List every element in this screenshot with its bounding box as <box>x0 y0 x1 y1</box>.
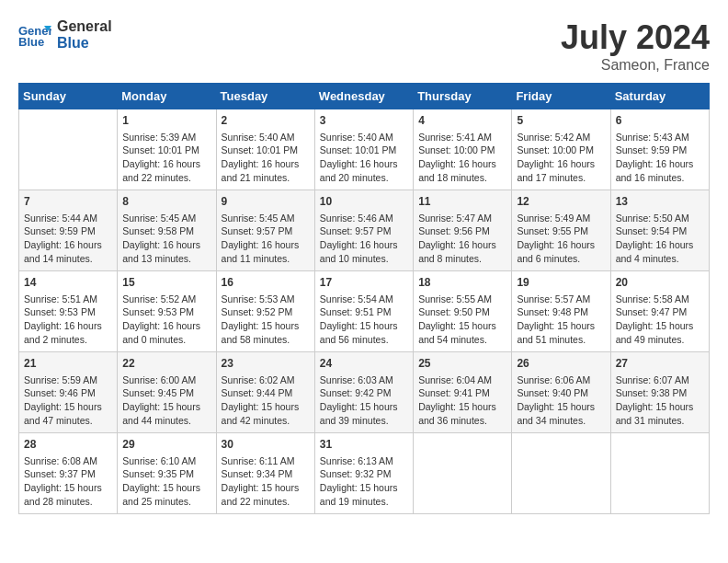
calendar-cell: 25Sunrise: 6:04 AM Sunset: 9:41 PM Dayli… <box>414 352 512 433</box>
day-number: 11 <box>418 194 506 210</box>
day-number: 16 <box>222 275 310 291</box>
calendar-cell: 28Sunrise: 6:08 AM Sunset: 9:37 PM Dayli… <box>19 433 118 514</box>
cell-content: Sunrise: 6:13 AM Sunset: 9:32 PM Dayligh… <box>320 454 408 509</box>
cell-content: Sunrise: 6:03 AM Sunset: 9:42 PM Dayligh… <box>320 373 408 428</box>
calendar-cell: 9Sunrise: 5:45 AM Sunset: 9:57 PM Daylig… <box>216 190 314 271</box>
cell-content: Sunrise: 5:39 AM Sunset: 10:01 PM Daylig… <box>122 131 210 185</box>
day-number: 15 <box>122 275 210 291</box>
calendar-cell: 22Sunrise: 6:00 AM Sunset: 9:45 PM Dayli… <box>118 352 216 433</box>
week-row-1: 1Sunrise: 5:39 AM Sunset: 10:01 PM Dayli… <box>19 109 710 190</box>
day-number: 18 <box>418 275 506 291</box>
calendar-header: SundayMondayTuesdayWednesdayThursdayFrid… <box>19 84 710 109</box>
day-number: 14 <box>24 275 112 291</box>
calendar-cell: 23Sunrise: 6:02 AM Sunset: 9:44 PM Dayli… <box>216 352 314 433</box>
cell-content: Sunrise: 5:51 AM Sunset: 9:53 PM Dayligh… <box>24 293 112 347</box>
calendar-cell <box>414 433 512 514</box>
calendar-body: 1Sunrise: 5:39 AM Sunset: 10:01 PM Dayli… <box>19 109 710 514</box>
day-number: 23 <box>222 356 310 372</box>
title-block: July 2024 Sameon, France <box>561 18 710 74</box>
cell-content: Sunrise: 5:49 AM Sunset: 9:55 PM Dayligh… <box>517 212 605 266</box>
month-year-title: July 2024 <box>561 18 710 57</box>
cell-content: Sunrise: 5:58 AM Sunset: 9:47 PM Dayligh… <box>616 293 704 347</box>
cell-content: Sunrise: 5:40 AM Sunset: 10:01 PM Daylig… <box>222 131 310 185</box>
cell-content: Sunrise: 6:00 AM Sunset: 9:45 PM Dayligh… <box>122 373 210 428</box>
cell-content: Sunrise: 6:04 AM Sunset: 9:41 PM Dayligh… <box>418 373 506 428</box>
calendar-cell: 17Sunrise: 5:54 AM Sunset: 9:51 PM Dayli… <box>314 271 413 352</box>
calendar-cell: 30Sunrise: 6:11 AM Sunset: 9:34 PM Dayli… <box>216 433 314 514</box>
calendar-cell: 13Sunrise: 5:50 AM Sunset: 9:54 PM Dayli… <box>610 190 709 271</box>
calendar-cell: 29Sunrise: 6:10 AM Sunset: 9:35 PM Dayli… <box>118 433 216 514</box>
calendar-cell: 5Sunrise: 5:42 AM Sunset: 10:00 PM Dayli… <box>512 109 610 190</box>
cell-content: Sunrise: 5:41 AM Sunset: 10:00 PM Daylig… <box>418 131 506 185</box>
day-number: 5 <box>517 113 605 129</box>
day-number: 6 <box>616 113 704 129</box>
calendar-cell: 16Sunrise: 5:53 AM Sunset: 9:52 PM Dayli… <box>216 271 314 352</box>
cell-content: Sunrise: 5:46 AM Sunset: 9:57 PM Dayligh… <box>320 212 408 266</box>
day-number: 20 <box>616 275 704 291</box>
header-sunday: Sunday <box>19 84 118 109</box>
calendar-cell <box>19 109 118 190</box>
svg-text:Blue: Blue <box>18 35 44 48</box>
day-number: 8 <box>122 194 210 210</box>
calendar-table: SundayMondayTuesdayWednesdayThursdayFrid… <box>18 83 710 514</box>
week-row-3: 14Sunrise: 5:51 AM Sunset: 9:53 PM Dayli… <box>19 271 710 352</box>
week-row-2: 7Sunrise: 5:44 AM Sunset: 9:59 PM Daylig… <box>19 190 710 271</box>
cell-content: Sunrise: 5:55 AM Sunset: 9:50 PM Dayligh… <box>418 293 506 347</box>
cell-content: Sunrise: 5:40 AM Sunset: 10:01 PM Daylig… <box>320 131 408 185</box>
calendar-cell: 31Sunrise: 6:13 AM Sunset: 9:32 PM Dayli… <box>314 433 413 514</box>
day-number: 22 <box>122 356 210 372</box>
week-row-4: 21Sunrise: 5:59 AM Sunset: 9:46 PM Dayli… <box>19 352 710 433</box>
cell-content: Sunrise: 5:57 AM Sunset: 9:48 PM Dayligh… <box>517 293 605 347</box>
cell-content: Sunrise: 5:45 AM Sunset: 9:58 PM Dayligh… <box>122 212 210 266</box>
day-number: 4 <box>418 113 506 129</box>
day-number: 31 <box>320 437 408 453</box>
day-number: 1 <box>122 113 210 129</box>
calendar-cell: 6Sunrise: 5:43 AM Sunset: 9:59 PM Daylig… <box>610 109 709 190</box>
calendar-cell: 14Sunrise: 5:51 AM Sunset: 9:53 PM Dayli… <box>19 271 118 352</box>
cell-content: Sunrise: 6:02 AM Sunset: 9:44 PM Dayligh… <box>222 373 310 428</box>
day-number: 19 <box>517 275 605 291</box>
calendar-cell <box>610 433 709 514</box>
calendar-cell: 7Sunrise: 5:44 AM Sunset: 9:59 PM Daylig… <box>19 190 118 271</box>
day-number: 13 <box>616 194 704 210</box>
cell-content: Sunrise: 5:54 AM Sunset: 9:51 PM Dayligh… <box>320 293 408 347</box>
cell-content: Sunrise: 6:10 AM Sunset: 9:35 PM Dayligh… <box>122 454 210 509</box>
location-subtitle: Sameon, France <box>561 57 710 74</box>
header-row: SundayMondayTuesdayWednesdayThursdayFrid… <box>19 84 710 109</box>
cell-content: Sunrise: 5:43 AM Sunset: 9:59 PM Dayligh… <box>616 131 704 185</box>
calendar-cell: 4Sunrise: 5:41 AM Sunset: 10:00 PM Dayli… <box>414 109 512 190</box>
header-monday: Monday <box>118 84 216 109</box>
header-tuesday: Tuesday <box>216 84 314 109</box>
day-number: 30 <box>222 437 310 453</box>
cell-content: Sunrise: 6:08 AM Sunset: 9:37 PM Dayligh… <box>24 454 112 509</box>
day-number: 3 <box>320 113 408 129</box>
calendar-cell: 10Sunrise: 5:46 AM Sunset: 9:57 PM Dayli… <box>314 190 413 271</box>
day-number: 9 <box>222 194 310 210</box>
cell-content: Sunrise: 5:47 AM Sunset: 9:56 PM Dayligh… <box>418 212 506 266</box>
header-friday: Friday <box>512 84 610 109</box>
calendar-cell: 26Sunrise: 6:06 AM Sunset: 9:40 PM Dayli… <box>512 352 610 433</box>
page-header: General Blue General Blue July 2024 Same… <box>18 18 710 74</box>
calendar-cell: 1Sunrise: 5:39 AM Sunset: 10:01 PM Dayli… <box>118 109 216 190</box>
calendar-cell: 24Sunrise: 6:03 AM Sunset: 9:42 PM Dayli… <box>314 352 413 433</box>
day-number: 7 <box>24 194 112 210</box>
header-wednesday: Wednesday <box>314 84 413 109</box>
calendar-cell: 19Sunrise: 5:57 AM Sunset: 9:48 PM Dayli… <box>512 271 610 352</box>
logo: General Blue General Blue <box>18 18 112 51</box>
calendar-cell: 2Sunrise: 5:40 AM Sunset: 10:01 PM Dayli… <box>216 109 314 190</box>
calendar-cell: 20Sunrise: 5:58 AM Sunset: 9:47 PM Dayli… <box>610 271 709 352</box>
day-number: 24 <box>320 356 408 372</box>
calendar-cell: 12Sunrise: 5:49 AM Sunset: 9:55 PM Dayli… <box>512 190 610 271</box>
cell-content: Sunrise: 5:44 AM Sunset: 9:59 PM Dayligh… <box>24 212 112 266</box>
day-number: 25 <box>418 356 506 372</box>
day-number: 21 <box>24 356 112 372</box>
calendar-cell <box>512 433 610 514</box>
cell-content: Sunrise: 5:45 AM Sunset: 9:57 PM Dayligh… <box>222 212 310 266</box>
calendar-cell: 3Sunrise: 5:40 AM Sunset: 10:01 PM Dayli… <box>314 109 413 190</box>
day-number: 17 <box>320 275 408 291</box>
day-number: 12 <box>517 194 605 210</box>
day-number: 2 <box>222 113 310 129</box>
day-number: 10 <box>320 194 408 210</box>
calendar-cell: 11Sunrise: 5:47 AM Sunset: 9:56 PM Dayli… <box>414 190 512 271</box>
cell-content: Sunrise: 5:42 AM Sunset: 10:00 PM Daylig… <box>517 131 605 185</box>
